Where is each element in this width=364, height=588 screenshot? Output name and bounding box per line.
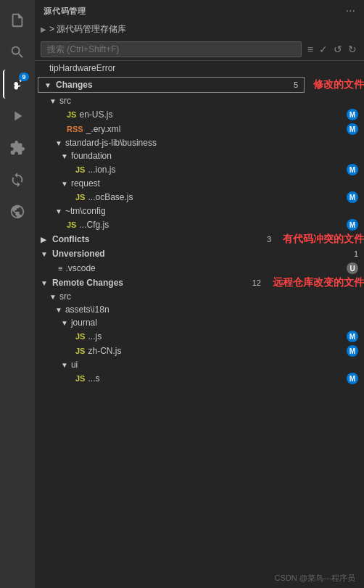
remote-folder-journal[interactable]: ▼ journal xyxy=(35,316,364,329)
status-m-1: M xyxy=(347,109,358,120)
watermark: CSDN @菜鸟---程序员 xyxy=(35,568,364,588)
folder-request[interactable]: ▼ request xyxy=(35,177,364,190)
conflicts-annotation: 有代码冲突的文件 xyxy=(283,233,364,246)
activity-source-control[interactable]: 9 xyxy=(3,70,32,99)
search-toolbar: ≡ ✓ ↺ ↻ xyxy=(35,38,364,61)
filename-ocbase: ...ocBase.js xyxy=(88,192,347,202)
file-ion-js[interactable]: JS ...ion.js M xyxy=(35,162,364,177)
section-unversioned[interactable]: ▼ Unversioned 1 xyxy=(35,247,364,261)
folder-config-label: ~tm\config xyxy=(65,206,106,216)
changes-label: Changes xyxy=(56,80,93,90)
file-ocbase-js[interactable]: JS ...ocBase.js M xyxy=(35,190,364,204)
chevron-changes: ▼ xyxy=(44,81,53,89)
folder-standard-js-lib[interactable]: ▼ standard-js-lib\business xyxy=(35,136,364,149)
remote-file-s[interactable]: JS ...s M xyxy=(35,371,364,386)
js-icon-2: JS xyxy=(75,165,85,174)
remote-folder-src[interactable]: ▼ src xyxy=(35,290,364,303)
status-m-5: M xyxy=(347,219,358,231)
file-tree: ▼ Changes 5 修改的文件 ▼ src JS en-US.js M RS… xyxy=(35,75,364,568)
unversioned-label: Unversioned xyxy=(52,249,105,259)
section-remote-changes[interactable]: ▼ Remote Changes 12 xyxy=(35,276,267,290)
file-query-xml[interactable]: RSS _.ery.xml M xyxy=(35,122,364,136)
file-cfg-js[interactable]: JS ...Cfg.js M xyxy=(35,218,364,232)
section-conflicts[interactable]: ▶ Conflicts 3 xyxy=(35,232,277,247)
activity-browser[interactable] xyxy=(3,197,32,226)
branch-name: tipHardwareError xyxy=(49,63,115,73)
checkmark-icon[interactable]: ✓ xyxy=(318,42,329,57)
remote-file-zh-cn[interactable]: JS zh-CN.js M xyxy=(35,344,364,358)
branch-item[interactable]: tipHardwareError xyxy=(35,61,364,75)
filename-remote-s: ...s xyxy=(88,373,347,384)
filename-vscode: .vscode xyxy=(65,263,347,273)
filename-remote-js1: ...js xyxy=(88,331,347,341)
js-icon: JS xyxy=(67,110,76,119)
filename-ion: ...ion.js xyxy=(88,165,347,175)
repo-label: > 源代码管理存储库 xyxy=(49,23,126,36)
folder-foundation[interactable]: ▼ foundation xyxy=(35,149,364,162)
js-icon-3: JS xyxy=(75,193,85,202)
folder-config[interactable]: ▼ ~tm\config xyxy=(35,204,364,218)
unversioned-count: 1 xyxy=(354,249,358,258)
changes-annotation: 修改的文件 xyxy=(313,78,364,91)
activity-search[interactable] xyxy=(3,38,32,67)
activity-run[interactable] xyxy=(3,102,32,131)
rss-icon: RSS xyxy=(67,125,83,133)
activity-extensions[interactable] xyxy=(3,133,32,162)
watermark-text: CSDN @菜鸟---程序员 xyxy=(275,573,355,582)
more-icon[interactable]: ··· xyxy=(346,4,355,17)
remote-assets-label: assets\i18n xyxy=(65,305,109,315)
conflicts-count: 3 xyxy=(267,235,271,244)
eq-icon: ≡ xyxy=(58,264,62,273)
file-vscode[interactable]: ≡ .vscode U xyxy=(35,261,364,276)
js-icon-5: JS xyxy=(75,332,85,341)
search-input[interactable] xyxy=(41,41,302,57)
remote-annotation: 远程仓库改变的文件 xyxy=(273,276,364,289)
chevron-unversioned: ▼ xyxy=(41,250,49,258)
remote-file-js-1[interactable]: JS ...js M xyxy=(35,329,364,344)
undo-icon[interactable]: ↺ xyxy=(332,42,344,57)
filename-cfg: ...Cfg.js xyxy=(79,220,347,230)
chevron-remote: ▼ xyxy=(41,279,49,287)
remote-folder-assets[interactable]: ▼ assets\i18n xyxy=(35,303,364,316)
chevron-conflicts: ▶ xyxy=(41,236,49,244)
folder-src[interactable]: ▼ src xyxy=(35,94,364,107)
activity-bar: 9 xyxy=(0,0,35,588)
conflicts-label: Conflicts xyxy=(52,234,89,244)
changes-count: 5 xyxy=(294,80,298,89)
status-m-r2: M xyxy=(347,345,358,357)
js-icon-7: JS xyxy=(75,374,85,383)
remote-count: 12 xyxy=(252,278,261,287)
file-en-us-js[interactable]: JS en-US.js M xyxy=(35,107,364,122)
remote-folder-ui[interactable]: ▼ ui xyxy=(35,358,364,371)
activity-files[interactable] xyxy=(3,6,32,35)
repo-section[interactable]: ▶ > 源代码管理存储库 xyxy=(35,20,364,38)
js-icon-6: JS xyxy=(75,347,85,355)
js-icon-4: JS xyxy=(67,220,76,229)
filename-en-us: en-US.js xyxy=(79,109,347,120)
status-u: U xyxy=(347,262,358,274)
status-m-3: M xyxy=(347,164,358,175)
sidebar-title: 源代码管理 xyxy=(44,6,86,17)
filename-query: _.ery.xml xyxy=(86,124,347,134)
status-m-4: M xyxy=(347,191,358,203)
filename-zh-cn: zh-CN.js xyxy=(88,346,347,356)
status-m-r1: M xyxy=(347,331,358,342)
remote-label: Remote Changes xyxy=(52,278,123,288)
section-changes[interactable]: ▼ Changes 5 xyxy=(38,77,305,93)
refresh-icon[interactable]: ↻ xyxy=(347,42,358,57)
filter-icon[interactable]: ≡ xyxy=(306,42,315,57)
source-control-badge: 9 xyxy=(19,73,29,81)
status-m-2: M xyxy=(347,123,358,135)
sidebar: 源代码管理 ··· ▶ > 源代码管理存储库 ≡ ✓ ↺ ↻ tipHardwa… xyxy=(35,0,364,588)
status-m-r3: M xyxy=(347,373,358,384)
folder-standard-label: standard-js-lib\business xyxy=(65,138,157,148)
activity-remote[interactable] xyxy=(3,165,32,194)
